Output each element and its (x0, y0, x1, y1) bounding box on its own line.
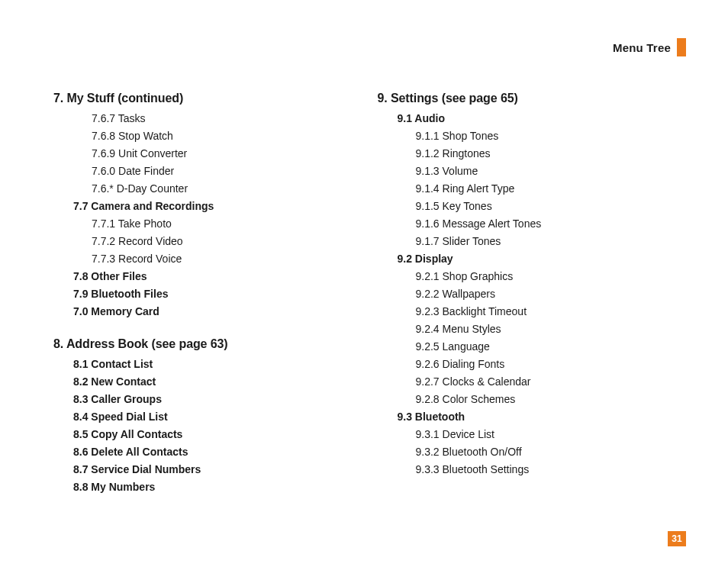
menu-item: 9.2.4 Menu Styles (416, 320, 687, 338)
left-column: 7. My Stuff (continued) 7.6.7 Tasks 7.6.… (53, 92, 362, 513)
menu-item: 7.7.1 Take Photo (92, 215, 362, 233)
subsection-8-1: 8.1 Contact List (73, 356, 362, 373)
menu-item: 9.2.8 Color Schemes (416, 391, 687, 408)
menu-item: 9.1.3 Volume (416, 163, 687, 180)
section-8: 8. Address Book (see page 63) 8.1 Contac… (53, 337, 362, 496)
menu-item: 9.1.1 Shop Tones (416, 127, 687, 145)
page-header-title: Menu Tree (613, 41, 671, 54)
menu-item: 9.1.5 Key Tones (416, 198, 687, 215)
menu-item: 7.7.3 Record Voice (92, 250, 362, 268)
subsection-7-9: 7.9 Bluetooth Files (73, 285, 362, 303)
page-number-label: 31 (672, 533, 681, 544)
menu-item: 7.6.7 Tasks (92, 110, 362, 127)
right-column: 9. Settings (see page 65) 9.1 Audio 9.1.… (378, 92, 687, 513)
subsection-8-7: 8.7 Service Dial Numbers (73, 461, 362, 478)
subsection-7-7: 7.7 Camera and Recordings (73, 198, 362, 215)
menu-item: 7.6.0 Date Finder (92, 163, 362, 180)
menu-item: 7.6.* D-Day Counter (92, 180, 362, 198)
section-9: 9. Settings (see page 65) 9.1 Audio 9.1.… (378, 92, 687, 478)
menu-item: 9.3.3 Bluetooth Settings (416, 461, 687, 478)
menu-item: 9.2.1 Shop Graphics (416, 268, 687, 285)
menu-item: 7.6.8 Stop Watch (92, 127, 362, 145)
subsection-9-2: 9.2 Display (398, 250, 687, 268)
menu-item: 9.2.6 Dialing Fonts (416, 356, 687, 373)
subsection-8-4: 8.4 Speed Dial List (73, 408, 362, 426)
subsection-8-8: 8.8 My Numbers (73, 478, 362, 496)
page-header: Menu Tree (613, 38, 686, 56)
subsection-7-8: 7.8 Other Files (73, 268, 362, 285)
menu-item: 9.3.2 Bluetooth On/Off (416, 443, 687, 461)
page-number: 31 (668, 531, 686, 546)
menu-item: 9.2.7 Clocks & Calendar (416, 373, 687, 391)
section-9-title: 9. Settings (see page 65) (378, 92, 687, 105)
menu-item: 7.7.2 Record Video (92, 233, 362, 250)
section-7: 7. My Stuff (continued) 7.6.7 Tasks 7.6.… (53, 92, 362, 320)
menu-item: 9.2.2 Wallpapers (416, 285, 687, 303)
subsection-8-6: 8.6 Delete All Contacts (73, 443, 362, 461)
content-columns: 7. My Stuff (continued) 7.6.7 Tasks 7.6.… (53, 92, 686, 513)
menu-item: 9.2.5 Language (416, 338, 687, 356)
menu-item: 9.1.2 Ringtones (416, 145, 687, 163)
header-accent-bar (677, 38, 686, 56)
section-7-title: 7. My Stuff (continued) (53, 92, 362, 105)
menu-item: 9.1.7 Slider Tones (416, 233, 687, 250)
subsection-8-2: 8.2 New Contact (73, 373, 362, 391)
subsection-8-5: 8.5 Copy All Contacts (73, 426, 362, 443)
subsection-9-3: 9.3 Bluetooth (398, 408, 687, 426)
menu-item: 7.6.9 Unit Converter (92, 145, 362, 163)
subsection-7-0: 7.0 Memory Card (73, 303, 362, 320)
subsection-9-1: 9.1 Audio (398, 110, 687, 127)
subsection-8-3: 8.3 Caller Groups (73, 391, 362, 408)
section-8-title: 8. Address Book (see page 63) (53, 337, 362, 351)
menu-item: 9.2.3 Backlight Timeout (416, 303, 687, 320)
menu-item: 9.1.6 Message Alert Tones (416, 215, 687, 233)
menu-item: 9.1.4 Ring Alert Type (416, 180, 687, 198)
menu-item: 9.3.1 Device List (416, 426, 687, 443)
